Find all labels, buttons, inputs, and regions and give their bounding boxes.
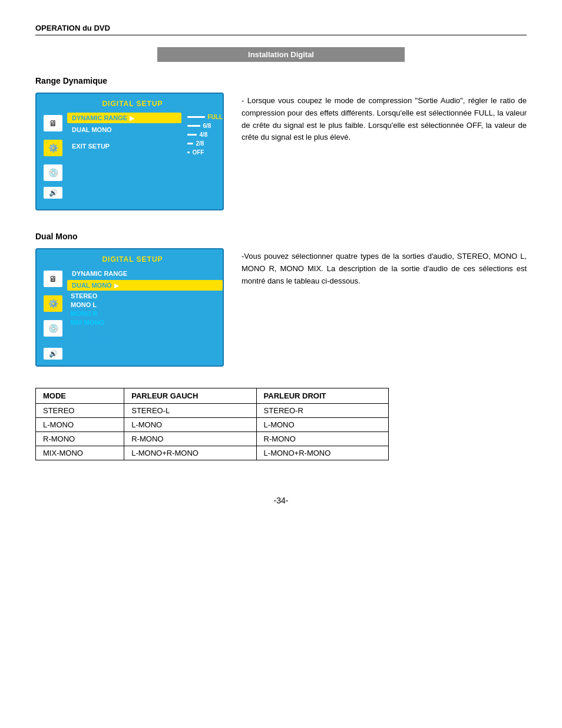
option-stereo: STEREO (68, 292, 223, 300)
table-row: MIX-MONOL-MONO+R-MONOL-MONO+R-MONO (36, 446, 389, 460)
section1-description: - Lorsque vous coupez le mode de compres… (242, 93, 527, 144)
bar-off: OFF (187, 149, 223, 156)
menu2-item3: EXIT SETUP (67, 331, 223, 342)
section2-description: -Vous pouvez sélectionner quatre types d… (242, 248, 527, 287)
menu2-item2: DUAL MONO ▶ (67, 280, 223, 291)
menu1-item1: DYNAMIC RANGE ▶ (67, 113, 181, 123)
section1-content: DIGITAL SETUP 🖥 ⚙️ 💿 DYNAMIC RANGE ▶ DUA… (35, 93, 527, 210)
icon-disc: 💿 (44, 164, 62, 181)
menu2-item1: DYNAMIC RANGE (67, 268, 223, 279)
icon-monitor: 🖥 (44, 115, 62, 131)
bar-full: FULL (187, 114, 223, 120)
audio-mode-table: MODE PARLEUR GAUCH PARLEUR DROIT STEREOS… (35, 388, 389, 460)
screen1-icons: 🖥 ⚙️ 💿 (42, 113, 64, 181)
bar-label-off: OFF (192, 149, 204, 156)
page-number: -34- (35, 496, 527, 505)
option-monor: MONO R (68, 309, 223, 318)
menu1-item3: EXIT SETUP (67, 141, 181, 151)
screen1-box: DIGITAL SETUP 🖥 ⚙️ 💿 DYNAMIC RANGE ▶ DUA… (35, 93, 224, 210)
table-cell: L-MONO (36, 418, 124, 432)
table-cell: STEREO-L (124, 404, 256, 418)
header-title: OPERATION du DVD (35, 24, 110, 32)
table-row: STEREOSTEREO-LSTEREO-R (36, 404, 389, 418)
table-header-gauch: PARLEUR GAUCH (124, 388, 256, 404)
icon2-disc: 💿 (44, 320, 62, 337)
screen2-top-label: DIGITAL SETUP (42, 255, 223, 263)
table-cell: L-MONO (256, 418, 388, 432)
screen2-box: DIGITAL SETUP 🖥 ⚙️ 💿 DYNAMIC RANGE DUAL … (35, 248, 224, 367)
bar-68: 6/8 (187, 123, 223, 129)
bar-48: 4/8 (187, 131, 223, 138)
table-cell: R-MONO (124, 432, 256, 446)
icon2-monitor: 🖥 (44, 271, 62, 287)
page-header: OPERATION du DVD (35, 24, 527, 35)
table-cell: STEREO (36, 404, 124, 418)
screen1-bottom-icon: 🔊 (44, 187, 223, 199)
icon-settings: ⚙️ (44, 140, 62, 156)
section2-title: Dual Mono (35, 232, 527, 241)
section1-title: Range Dynamique (35, 76, 527, 85)
table-cell: L-MONO+R-MONO (256, 446, 388, 460)
screen2-menu: DYNAMIC RANGE DUAL MONO ▶ STEREO MONO L … (67, 268, 223, 342)
table-cell: L-MONO (124, 418, 256, 432)
banner-label: Installation Digital (248, 50, 314, 59)
option-monol: MONO L (68, 301, 223, 309)
table-cell: R-MONO (256, 432, 388, 446)
bar-label-48: 4/8 (199, 131, 207, 138)
menu1-item2: DUAL MONO (67, 124, 181, 135)
bar-label-28: 2/8 (196, 140, 204, 147)
table-header-droit: PARLEUR DROIT (256, 388, 388, 404)
screen2-icons: 🖥 ⚙️ 💿 (42, 268, 64, 342)
icon2-settings: ⚙️ (44, 295, 62, 312)
option-mixmono: MIX MONO (68, 318, 223, 327)
table-cell: L-MONO+R-MONO (124, 446, 256, 460)
screen1-menu: DYNAMIC RANGE ▶ DUAL MONO EXIT SETUP (67, 113, 181, 181)
table-cell: STEREO-R (256, 404, 388, 418)
table-row: L-MONOL-MONOL-MONO (36, 418, 389, 432)
section2-content: DIGITAL SETUP 🖥 ⚙️ 💿 DYNAMIC RANGE DUAL … (35, 248, 527, 367)
bar-28: 2/8 (187, 140, 223, 147)
arrow-icon1: ▶ (130, 115, 134, 121)
bar-label-68: 6/8 (203, 123, 211, 129)
arrow-icon2: ▶ (114, 282, 119, 289)
table-cell: R-MONO (36, 432, 124, 446)
section-banner: Installation Digital (157, 47, 405, 62)
table-row: R-MONOR-MONOR-MONO (36, 432, 389, 446)
range-bars: FULL 6/8 4/8 2/8 OFF (187, 113, 223, 181)
table-cell: MIX-MONO (36, 446, 124, 460)
screen2-bottom-icon: 🔊 (44, 348, 223, 360)
bar-label-full: FULL (207, 114, 223, 120)
table-header-mode: MODE (36, 388, 124, 404)
screen1-top-label: DIGITAL SETUP (42, 100, 223, 108)
